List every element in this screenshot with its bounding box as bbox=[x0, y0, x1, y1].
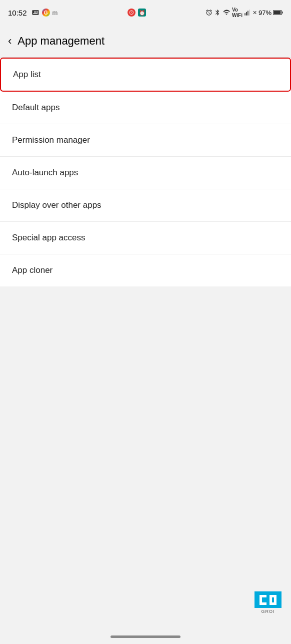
alarm-icon bbox=[128, 9, 136, 17]
status-bar: 10:52 G m ⏰ VoWiFi bbox=[0, 0, 291, 25]
status-bar-left: 10:52 G m bbox=[8, 9, 68, 17]
menu-item-label: Default apps bbox=[12, 103, 60, 113]
svg-rect-3 bbox=[249, 10, 250, 16]
svg-rect-2 bbox=[248, 11, 248, 16]
menu-item-display-over[interactable]: Display over other apps bbox=[0, 189, 291, 222]
menu-item-label: App cloner bbox=[12, 265, 52, 275]
battery-percent: 97% bbox=[258, 9, 272, 17]
menu-item-label: App list bbox=[13, 70, 41, 80]
bluetooth-icon bbox=[214, 9, 221, 16]
menu-item-label: Special app access bbox=[12, 233, 85, 243]
back-button[interactable]: ‹ bbox=[8, 35, 12, 48]
google-icon: G bbox=[42, 9, 50, 17]
watermark-logo bbox=[254, 591, 282, 608]
volte-icon: VoWiFi bbox=[232, 7, 242, 18]
svg-rect-1 bbox=[246, 12, 247, 16]
menu-item-auto-launch[interactable]: Auto-launch apps bbox=[0, 157, 291, 189]
clock-icon: ⏰ bbox=[138, 9, 146, 17]
menu-list: App list Default apps Permission manager… bbox=[0, 58, 291, 286]
svg-rect-0 bbox=[244, 13, 246, 16]
menu-item-permission-manager[interactable]: Permission manager bbox=[0, 124, 291, 157]
svg-rect-9 bbox=[260, 595, 266, 597]
svg-rect-5 bbox=[282, 12, 283, 14]
menu-item-app-list[interactable]: App list bbox=[0, 58, 291, 92]
svg-rect-14 bbox=[274, 595, 276, 605]
menu-item-label: Permission manager bbox=[12, 135, 90, 145]
svg-rect-6 bbox=[274, 11, 280, 14]
menu-item-label: Display over other apps bbox=[12, 200, 102, 210]
menu-item-label: Auto-launch apps bbox=[12, 168, 78, 178]
home-indicator[interactable] bbox=[110, 635, 180, 638]
menu-item-special-access[interactable]: Special app access bbox=[0, 222, 291, 254]
svg-rect-10 bbox=[260, 602, 266, 605]
signal-x: ✕ bbox=[252, 10, 257, 16]
status-time: 10:52 bbox=[8, 9, 27, 17]
mail-icon: m bbox=[52, 9, 58, 17]
keyboard-icon bbox=[32, 9, 40, 17]
watermark-svg bbox=[258, 593, 278, 607]
status-bar-center: ⏰ bbox=[128, 9, 146, 17]
watermark: GROI bbox=[253, 591, 283, 614]
menu-item-app-cloner[interactable]: App cloner bbox=[0, 254, 291, 286]
watermark-label: GROI bbox=[261, 609, 274, 614]
status-bar-right: VoWiFi ✕ 97% bbox=[206, 7, 283, 18]
wifi-icon bbox=[222, 9, 230, 16]
page-header: ‹ App management bbox=[0, 25, 291, 57]
alarm-right-icon bbox=[206, 9, 212, 16]
battery-icon bbox=[273, 10, 283, 16]
signal-icon bbox=[244, 9, 251, 16]
menu-item-default-apps[interactable]: Default apps bbox=[0, 92, 291, 124]
page-title: App management bbox=[18, 35, 104, 48]
